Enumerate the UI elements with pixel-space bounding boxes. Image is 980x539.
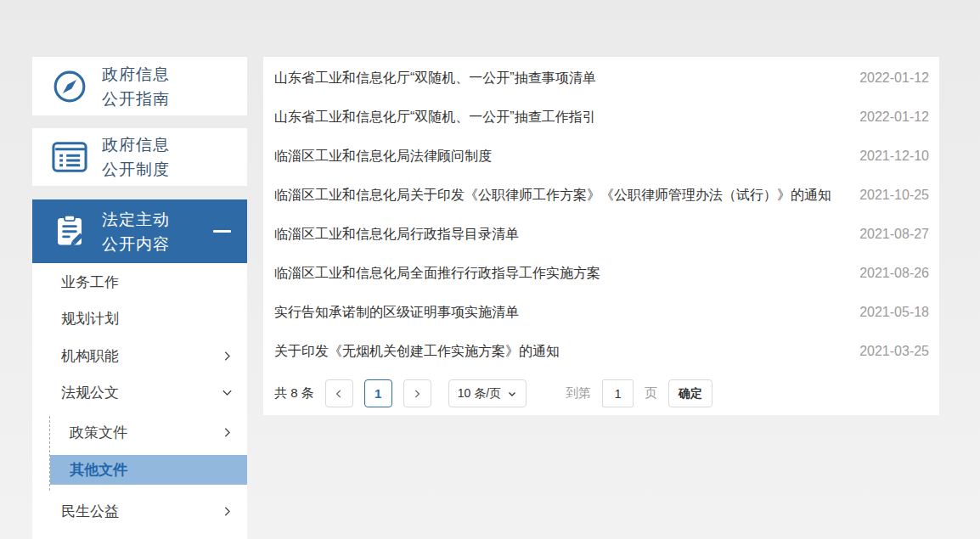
sidebar-card-gov-info-system[interactable]: 政府信息 公开制度 — [32, 128, 247, 186]
chevron-right-icon — [221, 426, 234, 439]
chevron-down-icon — [221, 386, 234, 399]
chevron-left-icon — [333, 388, 345, 400]
document-link[interactable]: 山东省工业和信息化厅“双随机、一公开”抽查工作指引 — [274, 109, 596, 126]
list-item: 临淄区工业和信息化局全面推行行政指导工作实施方案 2021-08-26 — [263, 254, 939, 293]
list-item: 临淄区工业和信息化局行政指导目录清单 2021-08-27 — [263, 215, 939, 254]
chevron-right-icon — [221, 505, 234, 518]
minus-icon[interactable] — [213, 230, 231, 233]
sidebar-item-public-welfare[interactable]: 民生公益 — [32, 492, 247, 530]
document-link[interactable]: 临淄区工业和信息化局关于印发《公职律师工作方案》《公职律师管理办法（试行）》的通… — [274, 187, 831, 205]
page: 政府信息 公开指南 政府信息 公开制度 — [0, 0, 980, 539]
sidebar-item-org-functions[interactable]: 机构职能 — [32, 337, 247, 374]
sidebar-card-gov-info-guide[interactable]: 政府信息 公开指南 — [32, 57, 247, 115]
list-item: 山东省工业和信息化厅“双随机、一公开”抽查事项清单 2022-01-12 — [263, 59, 939, 98]
chevron-down-icon — [507, 389, 517, 399]
total-count-label: 共 8 条 — [274, 385, 314, 401]
sidebar-card-label: 政府信息 公开制度 — [102, 132, 170, 182]
page-size-select[interactable]: 10 条/页 — [448, 379, 527, 407]
chevron-right-icon — [221, 350, 234, 362]
list-item: 实行告知承诺制的区级证明事项实施清单 2021-05-18 — [263, 293, 939, 332]
sidebar-submenu: 业务工作 规划计划 机构职能 法规公文 政策文件 其他文件 民生公益 — [32, 263, 247, 539]
prev-page-button[interactable] — [325, 379, 353, 407]
sidebar-item-planning[interactable]: 规划计划 — [32, 300, 247, 337]
document-date: 2021-12-10 — [859, 149, 929, 164]
document-list-panel: 山东省工业和信息化厅“双随机、一公开”抽查事项清单 2022-01-12 山东省… — [263, 57, 939, 415]
sidebar-item-business-work[interactable]: 业务工作 — [32, 263, 247, 300]
compass-icon — [50, 68, 89, 105]
sidebar-card-label: 法定主动 公开内容 — [102, 207, 170, 256]
sidebar-card-statutory-disclosure[interactable]: 法定主动 公开内容 — [32, 199, 247, 263]
document-date: 2021-08-26 — [859, 266, 929, 281]
sidebar-card-label: 政府信息 公开指南 — [102, 62, 170, 111]
list-item: 临淄区工业和信息化局关于印发《公职律师工作方案》《公职律师管理办法（试行）》的通… — [263, 176, 939, 215]
document-link[interactable]: 实行告知承诺制的区级证明事项实施清单 — [274, 304, 519, 322]
document-link[interactable]: 临淄区工业和信息化局行政指导目录清单 — [274, 226, 519, 244]
clipboard-pen-icon — [50, 212, 89, 251]
document-link[interactable]: 临淄区工业和信息化局全面推行行政指导工作实施方案 — [274, 265, 600, 283]
goto-page-input[interactable] — [602, 379, 634, 407]
sidebar-item-other-files-active[interactable]: 其他文件 — [50, 455, 247, 485]
list-item: 关于印发《无烟机关创建工作实施方案》的通知 2021-03-25 — [263, 332, 939, 371]
next-page-button[interactable] — [403, 379, 431, 407]
document-date: 2021-10-25 — [859, 188, 929, 203]
document-date: 2021-03-25 — [859, 344, 929, 359]
goto-page-prefix: 到第 — [566, 385, 591, 401]
list-item: 临淄区工业和信息化局法律顾问制度 2021-12-10 — [263, 137, 939, 176]
chevron-right-icon — [411, 388, 423, 400]
sidebar-item-policy-files[interactable]: 政策文件 — [32, 413, 247, 451]
sidebar-item-regulations-documents[interactable]: 法规公文 — [32, 373, 247, 411]
pagination-bar: 共 8 条 1 10 条/页 到第 页 确定 — [274, 379, 712, 407]
confirm-button[interactable]: 确定 — [668, 379, 712, 407]
page-number-button[interactable]: 1 — [364, 379, 392, 407]
document-date: 2021-05-18 — [859, 305, 929, 320]
document-link[interactable]: 临淄区工业和信息化局法律顾问制度 — [274, 148, 492, 166]
document-link[interactable]: 关于印发《无烟机关创建工作实施方案》的通知 — [274, 343, 560, 361]
document-date: 2022-01-12 — [859, 70, 929, 86]
ledger-icon — [50, 140, 89, 174]
goto-page-suffix: 页 — [645, 385, 657, 401]
document-list: 山东省工业和信息化厅“双随机、一公开”抽查事项清单 2022-01-12 山东省… — [263, 57, 939, 371]
document-date: 2022-01-12 — [859, 109, 929, 125]
document-link[interactable]: 山东省工业和信息化厅“双随机、一公开”抽查事项清单 — [274, 70, 596, 87]
page-size-value: 10 条/页 — [458, 386, 501, 401]
list-item: 山东省工业和信息化厅“双随机、一公开”抽查工作指引 2022-01-12 — [263, 98, 939, 137]
document-date: 2021-08-27 — [859, 227, 929, 242]
